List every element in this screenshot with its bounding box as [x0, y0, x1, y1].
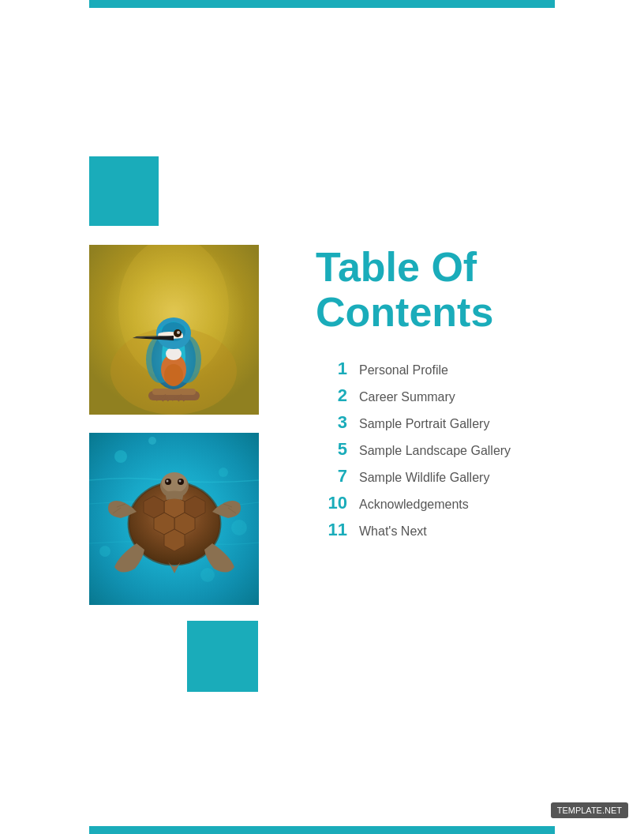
svg-point-26 — [148, 437, 156, 445]
toc-item-1: 1 Personal Profile — [316, 359, 616, 379]
svg-point-40 — [167, 480, 169, 483]
bird-image — [89, 245, 259, 415]
turtle-image — [89, 433, 259, 605]
toc-item-3: 3 Sample Portrait Gallery — [316, 412, 616, 433]
toc-number-5: 5 — [316, 439, 359, 460]
top-bar — [89, 0, 555, 8]
toc-item-2: 2 Career Summary — [316, 385, 616, 406]
toc-item-10: 10 Acknowledgements — [316, 493, 616, 513]
toc-item-7: 7 Sample Wildlife Gallery — [316, 466, 616, 486]
toc-number-10: 10 — [316, 493, 359, 513]
svg-point-10 — [166, 348, 182, 360]
svg-point-23 — [219, 468, 228, 477]
template-badge: TEMPLATE.NET — [551, 802, 628, 818]
toc-number-2: 2 — [316, 385, 359, 406]
toc-number-11: 11 — [316, 520, 359, 540]
svg-point-41 — [179, 480, 182, 483]
toc-title: Table Of Contents — [316, 245, 616, 335]
toc-label-3: Sample Portrait Gallery — [359, 417, 489, 431]
svg-rect-4 — [152, 389, 196, 395]
svg-point-25 — [99, 546, 110, 557]
svg-point-24 — [231, 520, 247, 535]
toc-title-line2: Contents — [316, 289, 493, 335]
toc-label-11: What's Next — [359, 524, 427, 539]
toc-label-1: Personal Profile — [359, 363, 448, 378]
toc-item-5: 5 Sample Landscape Gallery — [316, 439, 616, 460]
toc-number-3: 3 — [316, 412, 359, 433]
toc-area: Table Of Contents 1 Personal Profile 2 C… — [316, 245, 616, 547]
toc-label-7: Sample Wildlife Gallery — [359, 471, 489, 485]
svg-point-27 — [200, 568, 215, 582]
toc-label-5: Sample Landscape Gallery — [359, 444, 511, 458]
toc-title-line1: Table Of — [316, 244, 477, 290]
toc-number-7: 7 — [316, 466, 359, 486]
bottom-bar — [89, 826, 555, 834]
toc-list: 1 Personal Profile 2 Career Summary 3 Sa… — [316, 359, 616, 540]
toc-item-11: 11 What's Next — [316, 520, 616, 540]
toc-label-10: Acknowledgements — [359, 498, 469, 512]
svg-point-22 — [114, 450, 127, 463]
teal-square-topleft — [89, 156, 159, 226]
svg-point-9 — [164, 364, 183, 386]
toc-label-2: Career Summary — [359, 390, 455, 404]
svg-point-14 — [177, 331, 180, 334]
toc-number-1: 1 — [316, 359, 359, 379]
teal-square-bottomright — [187, 621, 258, 692]
